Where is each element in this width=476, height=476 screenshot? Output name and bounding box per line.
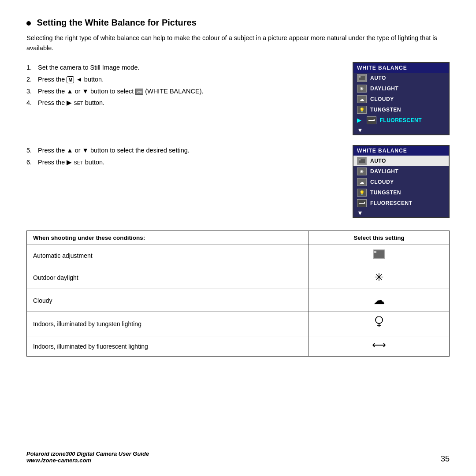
table-row: Indoors, illuminated by fluorescent ligh…	[27, 336, 450, 357]
footer-website: www.izone-camera.com	[26, 457, 149, 464]
menu-1-header: WHITE BALANCE	[353, 63, 449, 73]
condition-3: Cloudy	[27, 289, 309, 312]
table-row: Indoors, illuminated by tungsten lightin…	[27, 312, 450, 336]
camera-menu-1: WHITE BALANCE AUTO ☀ DAYLIGHT	[353, 62, 450, 135]
step-4: 4. Press the ▶ SET button.	[26, 97, 348, 108]
menu-2-fluorescent-label: FLUORESCENT	[370, 200, 413, 206]
svg-text:☁: ☁	[360, 97, 364, 102]
step-5-text: Press the ▲ or ▼ button to select the de…	[38, 145, 190, 156]
conditions-table: When shooting under these conditions: Se…	[26, 231, 450, 357]
footer-brand: Polaroid izone300 Digital Camera User Gu…	[26, 450, 149, 457]
menu-1-row-cloudy: ☁ CLOUDY	[353, 94, 449, 104]
step-4-num: 4.	[26, 97, 35, 108]
table-col1-header: When shooting under these conditions:	[27, 231, 309, 245]
step-6: 6. Press the ▶ SET button.	[26, 157, 348, 168]
menu-2-icon-auto	[357, 157, 367, 165]
svg-rect-2	[359, 76, 361, 78]
table-col2-header: Select this setting	[309, 231, 449, 245]
m-key: M	[67, 76, 74, 83]
condition-4: Indoors, illuminated by tungsten lightin…	[27, 312, 309, 336]
menu-2-icon-fluorescent	[357, 199, 367, 207]
step-3: 3. Press the ▲ or ▼ button to select WB …	[26, 86, 348, 97]
menu-2-cloudy-label: CLOUDY	[370, 179, 394, 185]
menu-1-row-fluorescent: ▶ FLUORESCENT	[353, 115, 449, 126]
camera-menu-2: WHITE BALANCE AUTO ☀ DAYLIGHT	[353, 145, 450, 218]
page: Setting the White Balance for Pictures S…	[0, 0, 476, 476]
svg-point-27	[376, 316, 383, 324]
menu-1-daylight-label: DAYLIGHT	[370, 86, 398, 92]
step-list-1: 1. Set the camera to Still Image mode. 2…	[26, 62, 348, 108]
steps-1-4: 1. Set the camera to Still Image mode. 2…	[26, 62, 348, 109]
menu-icon-auto	[357, 74, 367, 82]
step-5: 5. Press the ▲ or ▼ button to select the…	[26, 145, 348, 156]
title-text: Setting the White Balance for Pictures	[37, 18, 197, 27]
step-6-num: 6.	[26, 157, 35, 168]
svg-text:💡: 💡	[359, 190, 365, 196]
condition-5: Indoors, illuminated by fluorescent ligh…	[27, 336, 309, 357]
footer: Polaroid izone300 Digital Camera User Gu…	[26, 450, 450, 464]
table-row: Outdoor daylight ✳	[27, 266, 450, 289]
menu-1-auto-label: AUTO	[370, 75, 386, 81]
down-arrow-2: ▼	[357, 209, 363, 216]
menu-1-tungsten-label: TUNGSTEN	[370, 107, 401, 113]
svg-text:💡: 💡	[359, 107, 365, 113]
step-list-2: 5. Press the ▲ or ▼ button to select the…	[26, 145, 348, 167]
icon-4	[309, 312, 449, 336]
svg-rect-26	[374, 251, 376, 253]
step-1-text: Set the camera to Still Image mode.	[38, 62, 140, 73]
menu-2-icon-cloudy: ☁	[357, 178, 367, 186]
footer-left: Polaroid izone300 Digital Camera User Gu…	[26, 450, 149, 464]
footer-page-num: 35	[441, 454, 450, 464]
menu-2-body: AUTO ☀ DAYLIGHT ☁ CLOUDY	[353, 156, 449, 208]
condition-1: Automatic adjustment	[27, 245, 309, 266]
svg-text:☀: ☀	[360, 86, 364, 91]
menu-2-row-fluorescent: FLUORESCENT	[353, 198, 449, 208]
menu-1-fluorescent-label: FLUORESCENT	[380, 117, 422, 123]
bullet-point	[26, 21, 31, 26]
white-balance-menu-2: WHITE BALANCE AUTO ☀ DAYLIGHT	[353, 145, 450, 218]
steps-section-2: 5. Press the ▲ or ▼ button to select the…	[26, 145, 450, 218]
menu-1-arrow-row: ▼	[353, 126, 449, 134]
menu-1-body: AUTO ☀ DAYLIGHT ☁ CLOUDY	[353, 73, 449, 126]
icon-5	[309, 336, 449, 357]
condition-2: Outdoor daylight	[27, 266, 309, 289]
menu-2-icon-daylight: ☀	[357, 167, 367, 175]
menu-1-row-daylight: ☀ DAYLIGHT	[353, 83, 449, 94]
menu-icon-fluorescent	[367, 116, 376, 124]
svg-rect-14	[359, 159, 361, 160]
intro-paragraph: Selecting the right type of white balanc…	[26, 33, 450, 53]
menu-1-row-auto: AUTO	[353, 73, 449, 83]
step-6-text: Press the ▶ SET button.	[38, 157, 104, 168]
white-balance-menu-1: WHITE BALANCE AUTO ☀ DAYLIGHT	[353, 62, 450, 135]
wb-icon: WB	[135, 89, 143, 95]
menu-icon-cloudy: ☁	[357, 95, 367, 103]
menu-2-daylight-label: DAYLIGHT	[370, 168, 398, 175]
step-4-text: Press the ▶ SET button.	[38, 97, 104, 108]
step-1-num: 1.	[26, 62, 35, 73]
menu-2-auto-label: AUTO	[370, 158, 386, 164]
step-2-num: 2.	[26, 74, 35, 85]
menu-2-row-auto: AUTO	[353, 156, 449, 166]
svg-text:☁: ☁	[360, 180, 364, 185]
section-title: Setting the White Balance for Pictures	[26, 18, 450, 28]
menu-right-arrow: ▶	[357, 117, 361, 123]
menu-icon-tungsten: 💡	[357, 106, 367, 114]
step-5-num: 5.	[26, 145, 35, 156]
table-row: Automatic adjustment	[27, 245, 450, 266]
menu-icon-daylight: ☀	[357, 85, 367, 93]
menu-1-cloudy-label: CLOUDY	[370, 96, 394, 102]
steps-5-6: 5. Press the ▲ or ▼ button to select the…	[26, 145, 348, 168]
step-3-text: Press the ▲ or ▼ button to select WB (WH…	[38, 86, 204, 97]
menu-2-arrow-row: ▼	[353, 208, 449, 217]
menu-1-row-tungsten: 💡 TUNGSTEN	[353, 104, 449, 115]
table-row: Cloudy ☁	[27, 289, 450, 312]
icon-2: ✳	[309, 266, 449, 289]
menu-2-row-cloudy: ☁ CLOUDY	[353, 177, 449, 187]
menu-2-row-tungsten: 💡 TUNGSTEN	[353, 187, 449, 198]
down-arrow-1: ▼	[357, 126, 363, 134]
menu-2-icon-tungsten: 💡	[357, 189, 367, 197]
steps-section-1: 1. Set the camera to Still Image mode. 2…	[26, 62, 450, 135]
step-3-num: 3.	[26, 86, 35, 97]
menu-2-row-daylight: ☀ DAYLIGHT	[353, 166, 449, 177]
menu-2-tungsten-label: TUNGSTEN	[370, 190, 401, 196]
